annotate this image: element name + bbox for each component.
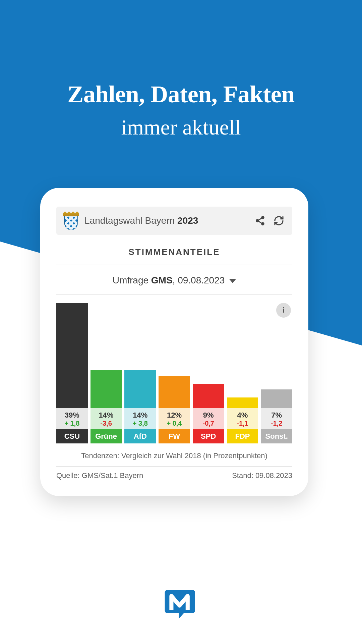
pct-box: 14%+ 3,8 [124, 408, 156, 429]
poll-selector[interactable]: Umfrage GMS, 09.08.2023 [56, 275, 292, 295]
party-name: Sonst. [261, 429, 292, 443]
svg-line-3 [258, 218, 262, 220]
bar-label-cell: 12%+ 0,4FW [159, 408, 190, 443]
app-logo [163, 586, 199, 624]
share-icon [255, 215, 265, 226]
section-title: STIMMENANTEILE [56, 247, 292, 265]
trend-value: + 1,8 [56, 420, 88, 427]
bar-column [227, 397, 258, 408]
bar-label-cell: 14%-3,6Grüne [90, 408, 122, 443]
subtitle-source: GMS [151, 275, 173, 285]
pct-value: 14% [124, 411, 156, 420]
party-name: SPD [193, 429, 224, 443]
pct-box: 7%-1,2 [261, 408, 292, 429]
pct-box: 14%-3,6 [90, 408, 122, 429]
subtitle-date: , 09.08.2023 [173, 275, 225, 285]
pct-box: 12%+ 0,4 [159, 408, 190, 429]
bar-label-cell: 9%-0,7SPD [193, 408, 224, 443]
bar [90, 370, 122, 408]
footer-source: Quelle: GMS/Sat.1 Bayern [56, 471, 143, 480]
trend-value: -0,7 [193, 420, 224, 427]
trend-value: -1,2 [261, 420, 292, 427]
card-header: Landtagswahl Bayern 2023 [56, 207, 292, 235]
svg-line-4 [258, 221, 262, 223]
pct-box: 39%+ 1,8 [56, 408, 88, 429]
refresh-button[interactable] [272, 214, 286, 227]
trend-value: -3,6 [90, 420, 122, 427]
footer-date: Stand: 09.08.2023 [232, 471, 292, 480]
bar [193, 384, 224, 408]
party-name: CSU [56, 429, 88, 443]
bar [261, 389, 292, 408]
headline-light: immer aktuell [0, 115, 362, 140]
bavaria-crest-icon [63, 211, 79, 230]
bar-label-cell: 14%+ 3,8AfD [124, 408, 156, 443]
trend-value: + 0,4 [159, 420, 190, 427]
party-name: AfD [124, 429, 156, 443]
headline: Zahlen, Daten, Fakten immer aktuell [0, 80, 362, 140]
pct-value: 9% [193, 411, 224, 420]
party-name: FDP [227, 429, 258, 443]
party-name: FW [159, 429, 190, 443]
trend-value: -1,1 [227, 420, 258, 427]
bar [56, 303, 88, 408]
bar-chart: i [56, 298, 292, 408]
pct-box: 4%-1,1 [227, 408, 258, 429]
chart-labels: 39%+ 1,8CSU14%-3,6Grüne14%+ 3,8AfD12%+ 0… [56, 408, 292, 443]
chart-footnote: Tendenzen: Vergleich zur Wahl 2018 (in P… [56, 451, 292, 467]
bar [159, 376, 190, 408]
pct-value: 4% [227, 411, 258, 420]
bar-column [193, 384, 224, 408]
pct-value: 7% [261, 411, 292, 420]
bar-column [261, 389, 292, 408]
info-icon: i [283, 306, 285, 315]
pct-value: 12% [159, 411, 190, 420]
bar [227, 397, 258, 408]
bar-label-cell: 4%-1,1FDP [227, 408, 258, 443]
bar-column [56, 303, 88, 408]
refresh-icon [274, 215, 284, 226]
bar-column [124, 370, 156, 408]
bar-label-cell: 7%-1,2Sonst. [261, 408, 292, 443]
pct-value: 14% [90, 411, 122, 420]
info-button[interactable]: i [276, 303, 291, 318]
bar-label-cell: 39%+ 1,8CSU [56, 408, 88, 443]
card-title: Landtagswahl Bayern 2023 [84, 215, 248, 226]
poll-card: Landtagswahl Bayern 2023 STIMMENANTEILE … [40, 188, 308, 496]
bar [124, 370, 156, 408]
chevron-down-icon [229, 279, 236, 283]
party-name: Grüne [90, 429, 122, 443]
m-logo-icon [163, 586, 199, 623]
bar-column [159, 376, 190, 408]
pct-value: 39% [56, 411, 88, 420]
share-button[interactable] [253, 214, 267, 227]
subtitle-prefix: Umfrage [113, 275, 151, 285]
card-title-prefix: Landtagswahl Bayern [84, 215, 177, 226]
card-title-year: 2023 [177, 215, 198, 226]
trend-value: + 3,8 [124, 420, 156, 427]
headline-bold: Zahlen, Daten, Fakten [0, 80, 362, 108]
card-footer: Quelle: GMS/Sat.1 Bayern Stand: 09.08.20… [56, 471, 292, 480]
bar-column [90, 370, 122, 408]
pct-box: 9%-0,7 [193, 408, 224, 429]
